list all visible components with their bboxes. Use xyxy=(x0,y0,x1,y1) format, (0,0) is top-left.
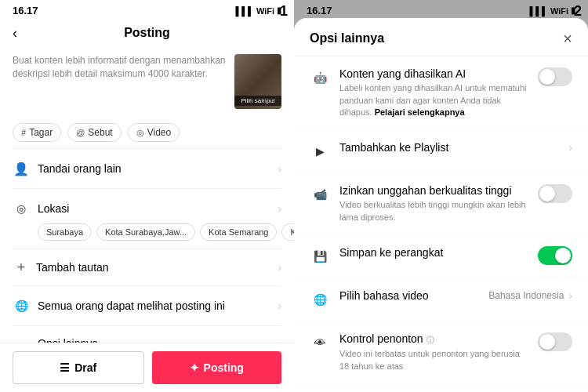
page-title-1: Posting xyxy=(124,26,170,40)
language-icon: 🌐 xyxy=(310,289,330,310)
tandai-title: Tandai orang lain xyxy=(38,162,278,175)
tautan-content: Tambah tautan xyxy=(36,261,278,274)
ai-toggle[interactable] xyxy=(538,67,572,86)
chevron-tandai: › xyxy=(278,162,281,175)
person-icon: 👤 xyxy=(13,160,30,177)
quality-content: Izinkan unggahan berkualitas tinggi Vide… xyxy=(339,184,532,223)
playlist-content: Tambahkan ke Playlist xyxy=(339,141,562,154)
loc-surabaya[interactable]: Surabaya xyxy=(38,223,92,241)
panel-2: 2 16.17 ▌▌▌ WiFi ▮ ‹ Posting Buat konten… xyxy=(294,0,588,392)
audience-toggle-knob xyxy=(539,334,555,350)
audience-sub: Video ini terbatas untuk penonton yang b… xyxy=(339,348,532,372)
loc-kota[interactable]: Kota xyxy=(281,223,294,241)
description-text-1[interactable]: Buat konten lebih informatif dengan mena… xyxy=(13,54,227,109)
opsi-content: Opsi lainnya Ketuk untuk mengelola penga… xyxy=(38,337,278,343)
ai-sub: Labeli konten yang dihasilkan AI untuk m… xyxy=(339,82,532,118)
list-item-opsi[interactable]: ··· Opsi lainnya Ketuk untuk mengelola p… xyxy=(0,326,294,343)
sheet-item-ai[interactable]: 🤖 Konten yang dihasilkan AI Labeli konte… xyxy=(294,56,588,130)
quality-toggle[interactable] xyxy=(538,184,572,203)
sheet-item-playlist[interactable]: ▶ Tambahkan ke Playlist › xyxy=(294,130,588,173)
semua-content: Semua orang dapat melihat posting ini xyxy=(38,299,278,312)
sheet-header: Opsi lainnya × xyxy=(294,18,588,56)
ai-toggle-knob xyxy=(539,69,555,85)
lokasi-title: Lokasi xyxy=(38,202,278,215)
tautan-title: Tambah tautan xyxy=(36,261,278,274)
language-value: Bahasa Indonesia xyxy=(488,290,564,301)
hash-icon: # xyxy=(21,128,26,137)
chevron-semua: › xyxy=(278,299,281,312)
status-bar-1: 16.17 ▌▌▌ WiFi ▮ xyxy=(0,0,294,20)
save-toggle-knob xyxy=(555,248,571,263)
back-button-1[interactable]: ‹ xyxy=(13,25,17,42)
audience-title-text: Kontrol penonton xyxy=(339,332,423,345)
post-label: Posting xyxy=(204,361,244,374)
video-icon-tag: ◎ xyxy=(136,128,144,138)
list-item-tandai[interactable]: 👤 Tandai orang lain › xyxy=(0,149,294,188)
chevron-lokasi: › xyxy=(278,202,281,215)
tag-chip-tagar[interactable]: # Tagar xyxy=(13,123,61,142)
wifi-icon: WiFi xyxy=(256,6,274,16)
header-1: ‹ Posting xyxy=(0,20,294,46)
bottom-sheet: Opsi lainnya × 🤖 Konten yang dihasilkan … xyxy=(294,18,588,392)
audience-content: Kontrol penonton ⓘ Video ini terbatas un… xyxy=(339,332,532,372)
tag-chip-video[interactable]: ◎ Video xyxy=(128,123,180,142)
list-item-lokasi[interactable]: ◎ Lokasi › xyxy=(0,189,294,220)
audience-icon: 👁 xyxy=(310,332,330,353)
loc-kota-surabaya[interactable]: Kota Surabaya,Jaw... xyxy=(96,223,195,241)
post-button[interactable]: ✦ Posting xyxy=(152,351,282,384)
quality-toggle-knob xyxy=(539,186,555,201)
language-title: Pilih bahasa video xyxy=(339,289,482,302)
quality-icon: 📹 xyxy=(310,184,330,205)
chevron-opsi: › xyxy=(278,337,281,343)
list-item-tautan[interactable]: + Tambah tautan › xyxy=(0,249,294,285)
thumbnail-1[interactable]: Pilih sampul xyxy=(234,54,281,109)
playlist-title: Tambahkan ke Playlist xyxy=(339,141,562,154)
close-button[interactable]: × xyxy=(563,31,572,46)
ai-learn-more-link[interactable]: Pelajari selengkapnya xyxy=(375,107,465,117)
playlist-icon: ▶ xyxy=(310,141,330,162)
ai-content: Konten yang dihasilkan AI Labeli konten … xyxy=(339,67,532,118)
sparkle-icon: ✦ xyxy=(190,361,199,374)
draft-button[interactable]: ☰ Draf xyxy=(13,351,144,384)
content-1: Buat konten lebih informatif dengan mena… xyxy=(0,46,294,343)
tag-label-tagar: Tagar xyxy=(29,127,53,138)
tag-label-sebut: Sebut xyxy=(88,127,112,138)
tandai-content: Tandai orang lain xyxy=(38,162,278,175)
audience-title: Kontrol penonton ⓘ xyxy=(339,332,532,346)
quality-title: Izinkan unggahan berkualitas tinggi xyxy=(339,184,532,197)
audience-toggle-area xyxy=(538,332,572,351)
sheet-item-language[interactable]: 🌐 Pilih bahasa video Bahasa Indonesia › xyxy=(294,278,588,321)
tags-row-1: # Tagar @ Sebut ◎ Video xyxy=(0,117,294,148)
plus-icon: + xyxy=(13,259,30,276)
sheet-item-audience[interactable]: 👁 Kontrol penonton ⓘ Video ini terbatas … xyxy=(294,321,588,384)
signal-icon: ▌▌▌ xyxy=(235,6,253,16)
sheet-item-save[interactable]: 💾 Simpan ke perangkat xyxy=(294,235,588,278)
language-right-area: Bahasa Indonesia › xyxy=(488,289,572,302)
semua-title: Semua orang dapat melihat posting ini xyxy=(38,299,278,312)
desc-area-1: Buat konten lebih informatif dengan mena… xyxy=(0,46,294,117)
panel-1: 1 16.17 ▌▌▌ WiFi ▮ ‹ Posting Buat konten… xyxy=(0,0,294,392)
chevron-playlist: › xyxy=(568,141,572,154)
chevron-language: › xyxy=(568,289,572,302)
list-item-semua[interactable]: 🌐 Semua orang dapat melihat posting ini … xyxy=(0,286,294,325)
info-icon: ⓘ xyxy=(426,336,434,344)
playlist-chevron-area: › xyxy=(568,141,572,154)
language-content: Pilih bahasa video xyxy=(339,289,482,302)
draft-icon: ☰ xyxy=(60,361,70,374)
ai-title: Konten yang dihasilkan AI xyxy=(339,67,532,80)
tag-chip-sebut[interactable]: @ Sebut xyxy=(67,123,122,142)
at-icon: @ xyxy=(76,128,85,137)
quality-sub: Video berkualitas lebih tinggi mungkin a… xyxy=(339,199,532,223)
audience-toggle[interactable] xyxy=(538,332,572,351)
bottom-bar-1: ☰ Draf ✦ Posting xyxy=(0,343,294,392)
save-icon: 💾 xyxy=(310,246,330,267)
panel-number-2: 2 xyxy=(574,3,582,20)
ai-icon: 🤖 xyxy=(310,67,330,88)
quality-toggle-area xyxy=(538,184,572,203)
tag-label-video: Video xyxy=(147,127,171,138)
sheet-item-quality[interactable]: 📹 Izinkan unggahan berkualitas tinggi Vi… xyxy=(294,173,588,235)
loc-semarang[interactable]: Kota Semarang xyxy=(200,223,277,241)
save-toggle[interactable] xyxy=(538,246,572,265)
globe-icon: 🌐 xyxy=(13,297,30,314)
status-icons-1: ▌▌▌ WiFi ▮ xyxy=(235,5,281,16)
